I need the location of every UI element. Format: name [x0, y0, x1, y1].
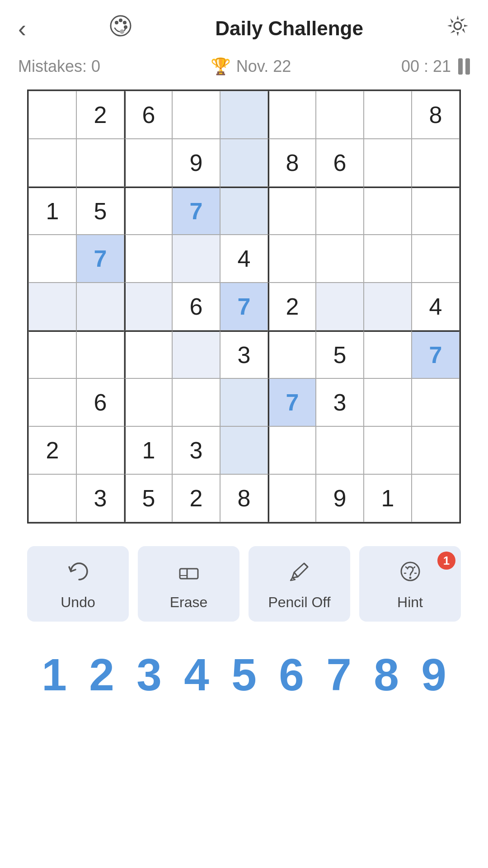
cell[interactable] — [364, 235, 412, 283]
cell[interactable] — [28, 139, 76, 187]
number-9-button[interactable]: 9 — [411, 649, 456, 701]
cell[interactable]: 3 — [316, 378, 364, 426]
cell[interactable]: 5 — [316, 330, 364, 378]
cell[interactable]: 6 — [76, 378, 124, 426]
cell[interactable] — [364, 283, 412, 330]
number-3-button[interactable]: 3 — [127, 649, 172, 701]
cell[interactable] — [316, 283, 364, 330]
erase-icon — [177, 560, 201, 589]
cell[interactable]: 2 — [28, 426, 76, 474]
cell[interactable]: 3 — [172, 426, 220, 474]
cell[interactable]: 2 — [76, 91, 124, 139]
cell[interactable]: 6 — [316, 139, 364, 187]
cell[interactable]: 7 — [268, 378, 316, 426]
settings-icon[interactable] — [446, 14, 470, 43]
cell[interactable] — [268, 330, 316, 378]
number-4-button[interactable]: 4 — [174, 649, 219, 701]
cell[interactable] — [316, 91, 364, 139]
cell[interactable] — [316, 235, 364, 283]
pencil-button[interactable]: Pencil Off — [249, 546, 350, 622]
cell[interactable]: 6 — [124, 91, 172, 139]
cell[interactable]: 9 — [316, 474, 364, 522]
cell[interactable]: 7 — [76, 235, 124, 283]
cell[interactable] — [268, 474, 316, 522]
number-5-button[interactable]: 5 — [221, 649, 267, 701]
cell[interactable]: 2 — [268, 283, 316, 330]
cell[interactable]: 4 — [412, 283, 460, 330]
number-6-button[interactable]: 6 — [269, 649, 314, 701]
cell[interactable] — [412, 139, 460, 187]
cell[interactable] — [412, 426, 460, 474]
cell[interactable] — [220, 139, 268, 187]
cell[interactable] — [76, 330, 124, 378]
cell[interactable] — [364, 426, 412, 474]
cell[interactable] — [172, 235, 220, 283]
cell[interactable] — [76, 426, 124, 474]
toolbar: Undo Erase Pencil Off 1 — [27, 546, 461, 622]
cell[interactable]: 3 — [76, 474, 124, 522]
cell[interactable]: 8 — [412, 91, 460, 139]
pause-button[interactable] — [458, 58, 470, 75]
cell[interactable]: 2 — [172, 474, 220, 522]
number-1-button[interactable]: 1 — [32, 649, 77, 701]
cell[interactable]: 1 — [28, 187, 76, 235]
number-8-button[interactable]: 8 — [364, 649, 409, 701]
cell[interactable] — [220, 187, 268, 235]
cell[interactable]: 7 — [412, 330, 460, 378]
cell[interactable]: 8 — [220, 474, 268, 522]
cell[interactable] — [124, 378, 172, 426]
cell[interactable] — [76, 139, 124, 187]
cell[interactable]: 5 — [76, 187, 124, 235]
cell[interactable]: 6 — [172, 283, 220, 330]
cell[interactable] — [268, 91, 316, 139]
cell[interactable] — [28, 474, 76, 522]
cell[interactable] — [316, 426, 364, 474]
cell[interactable] — [220, 426, 268, 474]
cell[interactable] — [28, 283, 76, 330]
cell[interactable] — [364, 139, 412, 187]
cell[interactable] — [28, 91, 76, 139]
cell[interactable] — [28, 235, 76, 283]
cell[interactable]: 1 — [124, 426, 172, 474]
cell[interactable] — [124, 283, 172, 330]
cell[interactable]: 7 — [220, 283, 268, 330]
cell[interactable] — [172, 91, 220, 139]
cell[interactable] — [124, 330, 172, 378]
cell[interactable] — [76, 283, 124, 330]
back-button[interactable]: ‹ — [18, 14, 26, 42]
palette-icon[interactable] — [108, 14, 133, 43]
cell[interactable] — [412, 187, 460, 235]
cell[interactable]: 1 — [364, 474, 412, 522]
erase-button[interactable]: Erase — [138, 546, 239, 622]
cell[interactable] — [364, 378, 412, 426]
cell[interactable] — [28, 378, 76, 426]
cell[interactable] — [268, 187, 316, 235]
cell[interactable] — [124, 235, 172, 283]
cell[interactable] — [412, 235, 460, 283]
cell[interactable] — [364, 330, 412, 378]
cell[interactable] — [172, 378, 220, 426]
cell[interactable]: 3 — [220, 330, 268, 378]
cell[interactable] — [172, 330, 220, 378]
number-2-button[interactable]: 2 — [79, 649, 124, 701]
cell[interactable]: 8 — [268, 139, 316, 187]
cell[interactable] — [412, 378, 460, 426]
cell[interactable] — [28, 330, 76, 378]
cell[interactable] — [364, 187, 412, 235]
cell[interactable] — [412, 474, 460, 522]
cell[interactable]: 7 — [172, 187, 220, 235]
cell[interactable]: 9 — [172, 139, 220, 187]
cell[interactable] — [316, 187, 364, 235]
hint-button[interactable]: 1 Hint — [359, 546, 461, 622]
cell[interactable] — [364, 91, 412, 139]
cell[interactable] — [124, 187, 172, 235]
cell[interactable] — [220, 378, 268, 426]
undo-button[interactable]: Undo — [27, 546, 129, 622]
cell[interactable] — [124, 139, 172, 187]
number-7-button[interactable]: 7 — [316, 649, 361, 701]
cell[interactable] — [268, 426, 316, 474]
cell[interactable] — [220, 91, 268, 139]
cell[interactable] — [268, 235, 316, 283]
cell[interactable]: 5 — [124, 474, 172, 522]
cell[interactable]: 4 — [220, 235, 268, 283]
